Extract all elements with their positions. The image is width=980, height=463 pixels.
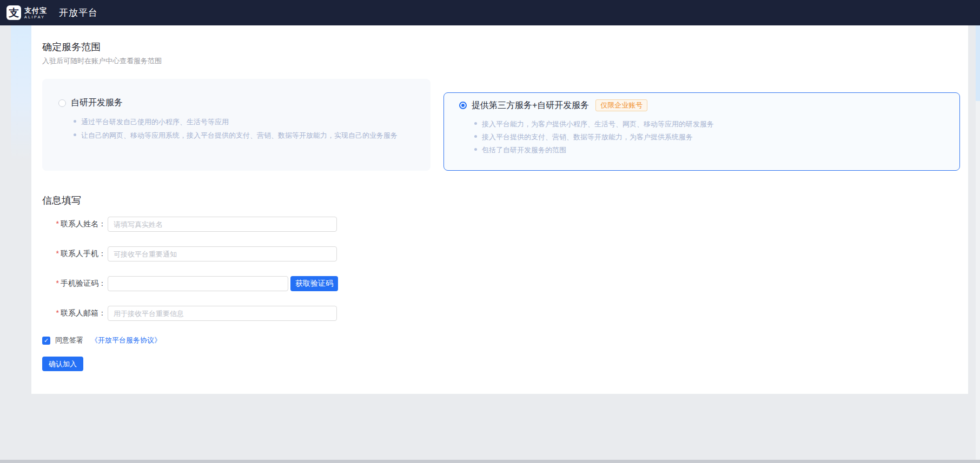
bullet-dot-icon bbox=[74, 120, 76, 123]
service-scope-options: 自研开发服务 通过平台研发自己使用的小程序、生活号等应用 让自己的网页、移动等应… bbox=[42, 79, 968, 171]
contact-name-input[interactable] bbox=[108, 217, 337, 232]
option-bullet: 让自己的网页、移动等应用系统，接入平台提供的支付、营销、数据等开放能力，实现自己… bbox=[74, 129, 420, 142]
bullet-dot-icon bbox=[474, 148, 477, 151]
option-label: 提供第三方服务+自研开发服务 bbox=[472, 100, 589, 111]
required-asterisk: * bbox=[56, 249, 59, 258]
bullet-dot-icon bbox=[474, 122, 477, 125]
confirm-join-button[interactable]: 确认加入 bbox=[42, 357, 83, 371]
radio-unselected-icon[interactable] bbox=[58, 99, 66, 107]
form-row-phone: *联系人手机： bbox=[42, 246, 968, 261]
get-sms-code-button[interactable]: 获取验证码 bbox=[290, 276, 338, 291]
bullet-dot-icon bbox=[474, 135, 477, 138]
scrollbar[interactable] bbox=[976, 25, 980, 463]
field-label: *联系人姓名： bbox=[42, 219, 106, 229]
required-asterisk: * bbox=[56, 279, 59, 287]
option-card-third-party[interactable]: 提供第三方服务+自研开发服务 仅限企业账号 接入平台能力，为客户提供小程序、生活… bbox=[443, 92, 960, 171]
alipay-brand-text: 支付宝 ALIPAY bbox=[24, 7, 47, 19]
option-header: 自研开发服务 bbox=[58, 97, 420, 109]
contact-email-input[interactable] bbox=[108, 306, 337, 321]
page: 支 支付宝 ALIPAY 开放平台 确定服务范围 入驻后可随时在账户中心查看服务… bbox=[0, 0, 980, 463]
brand-name-en: ALIPAY bbox=[24, 15, 47, 19]
bullet-dot-icon bbox=[74, 133, 76, 136]
contact-phone-input[interactable] bbox=[108, 246, 337, 261]
option-bullet-list: 接入平台能力，为客户提供小程序、生活号、网页、移动等应用的研发服务 接入平台提供… bbox=[459, 118, 949, 157]
agreement-checkbox[interactable]: ✓ bbox=[42, 337, 50, 345]
header: 支 支付宝 ALIPAY 开放平台 bbox=[0, 0, 980, 25]
alipay-logo[interactable]: 支 支付宝 ALIPAY bbox=[6, 5, 47, 20]
brand-name-cn: 支付宝 bbox=[24, 7, 47, 14]
form-row-email: *联系人邮箱： bbox=[42, 306, 968, 321]
option-card-self-dev[interactable]: 自研开发服务 通过平台研发自己使用的小程序、生活号等应用 让自己的网页、移动等应… bbox=[42, 79, 431, 171]
agreement-text: 同意签署 bbox=[55, 335, 83, 345]
form-section-title: 信息填写 bbox=[42, 194, 968, 207]
alipay-logo-icon: 支 bbox=[6, 5, 21, 20]
field-label: *手机验证码： bbox=[42, 279, 106, 288]
background-decoration bbox=[11, 25, 31, 160]
option-bullet: 包括了自研开发服务的范围 bbox=[474, 144, 949, 157]
sms-code-input[interactable] bbox=[108, 276, 288, 291]
service-agreement-link[interactable]: 《开放平台服务协议》 bbox=[91, 335, 161, 345]
radio-selected-icon[interactable] bbox=[459, 102, 467, 109]
required-asterisk: * bbox=[56, 219, 59, 228]
site-title: 开放平台 bbox=[59, 6, 98, 19]
form-row-sms-code: *手机验证码： 获取验证码 bbox=[42, 276, 968, 291]
form-row-name: *联系人姓名： bbox=[42, 217, 968, 232]
field-label: *联系人手机： bbox=[42, 249, 106, 259]
agreement-row: ✓ 同意签署 《开放平台服务协议》 bbox=[42, 335, 968, 345]
option-header: 提供第三方服务+自研开发服务 仅限企业账号 bbox=[459, 99, 949, 111]
enterprise-only-badge: 仅限企业账号 bbox=[595, 99, 647, 111]
option-label: 自研开发服务 bbox=[71, 97, 123, 109]
check-icon: ✓ bbox=[44, 338, 49, 344]
option-bullet-list: 通过平台研发自己使用的小程序、生活号等应用 让自己的网页、移动等应用系统，接入平… bbox=[58, 115, 420, 142]
service-scope-title: 确定服务范围 bbox=[42, 41, 968, 53]
option-bullet: 接入平台能力，为客户提供小程序、生活号、网页、移动等应用的研发服务 bbox=[474, 118, 949, 131]
option-bullet: 通过平台研发自己使用的小程序、生活号等应用 bbox=[74, 115, 420, 129]
window-bottom-edge bbox=[0, 460, 980, 463]
option-bullet: 接入平台提供的支付、营销、数据等开放能力，为客户提供系统服务 bbox=[474, 131, 949, 144]
main-content: 确定服务范围 入驻后可随时在账户中心查看服务范围 自研开发服务 通过平台研发自己… bbox=[31, 25, 968, 394]
scrollbar-thumb[interactable] bbox=[976, 25, 980, 101]
alipay-logo-glyph: 支 bbox=[9, 7, 19, 18]
service-scope-subtitle: 入驻后可随时在账户中心查看服务范围 bbox=[42, 56, 968, 66]
contact-form: *联系人姓名： *联系人手机： *手机验证码： 获取验证码 *联系人邮箱： ✓ bbox=[42, 217, 968, 371]
field-label: *联系人邮箱： bbox=[42, 308, 106, 318]
required-asterisk: * bbox=[56, 308, 59, 317]
